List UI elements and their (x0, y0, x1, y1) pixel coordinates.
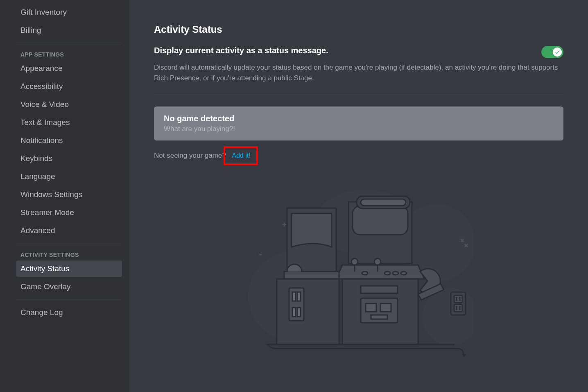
sidebar-item-voice-video[interactable]: Voice & Video (16, 96, 122, 113)
add-it-highlight: Add it! (224, 146, 258, 165)
no-game-detected-card: No game detected What are you playing?! (154, 106, 563, 140)
svg-rect-34 (292, 308, 296, 317)
sidebar-header-activity-settings: Activity Settings (16, 248, 122, 261)
svg-rect-31 (289, 288, 304, 321)
svg-point-22 (393, 272, 398, 275)
svg-point-23 (401, 272, 407, 275)
sidebar-separator (16, 43, 122, 43)
display-activity-description: Discord will automatically update your s… (154, 62, 563, 83)
svg-rect-25 (361, 286, 398, 293)
svg-rect-30 (277, 279, 339, 344)
sidebar-item-streamer-mode[interactable]: Streamer Mode (16, 204, 122, 221)
sidebar-item-text-images[interactable]: Text & Images (16, 114, 122, 131)
display-activity-toggle[interactable] (541, 46, 563, 58)
section-divider (154, 95, 563, 95)
toggle-knob (553, 48, 562, 57)
sidebar-item-gift-inventory[interactable]: Gift Inventory (16, 4, 122, 20)
settings-sidebar: Gift Inventory Billing App Settings Appe… (0, 0, 129, 392)
svg-rect-8 (454, 304, 462, 312)
svg-rect-28 (380, 304, 391, 312)
sidebar-item-appearance[interactable]: Appearance (16, 60, 122, 77)
page-title: Activity Status (154, 24, 563, 35)
svg-point-20 (362, 272, 368, 275)
sidebar-header-app-settings: App Settings (16, 48, 122, 60)
svg-rect-27 (366, 304, 376, 312)
sidebar-item-windows-settings[interactable]: Windows Settings (16, 186, 122, 203)
svg-point-21 (384, 272, 390, 275)
arcade-illustration (244, 190, 473, 366)
sidebar-item-billing[interactable]: Billing (16, 22, 122, 39)
add-it-link[interactable]: Add it! (232, 152, 250, 159)
sidebar-item-accessibility[interactable]: Accessibility (16, 78, 122, 95)
main-content: Activity Status Display current activity… (129, 0, 588, 392)
sidebar-item-notifications[interactable]: Notifications (16, 132, 122, 149)
svg-rect-15 (361, 199, 406, 206)
sidebar-item-activity-status[interactable]: Activity Status (16, 261, 122, 277)
svg-rect-32 (292, 292, 296, 301)
svg-rect-13 (353, 206, 408, 235)
svg-rect-29 (371, 315, 387, 319)
card-title: No game detected (164, 114, 554, 123)
sidebar-separator (16, 299, 122, 299)
sidebar-separator (16, 243, 122, 243)
display-activity-label: Display current activity as a status mes… (154, 46, 541, 55)
svg-point-18 (374, 258, 381, 265)
svg-rect-7 (454, 295, 462, 303)
sidebar-item-advanced[interactable]: Advanced (16, 222, 122, 239)
card-subtitle: What are you playing?! (164, 125, 554, 133)
check-icon (554, 49, 560, 55)
svg-rect-35 (297, 308, 301, 317)
sidebar-item-game-overlay[interactable]: Game Overlay (16, 279, 122, 295)
sidebar-item-keybinds[interactable]: Keybinds (16, 150, 122, 167)
svg-point-16 (351, 258, 358, 265)
sidebar-item-change-log[interactable]: Change Log (16, 304, 122, 321)
not-seeing-game-text: Not seeing your game? (154, 152, 226, 159)
svg-rect-33 (297, 292, 301, 301)
sidebar-item-language[interactable]: Language (16, 168, 122, 185)
